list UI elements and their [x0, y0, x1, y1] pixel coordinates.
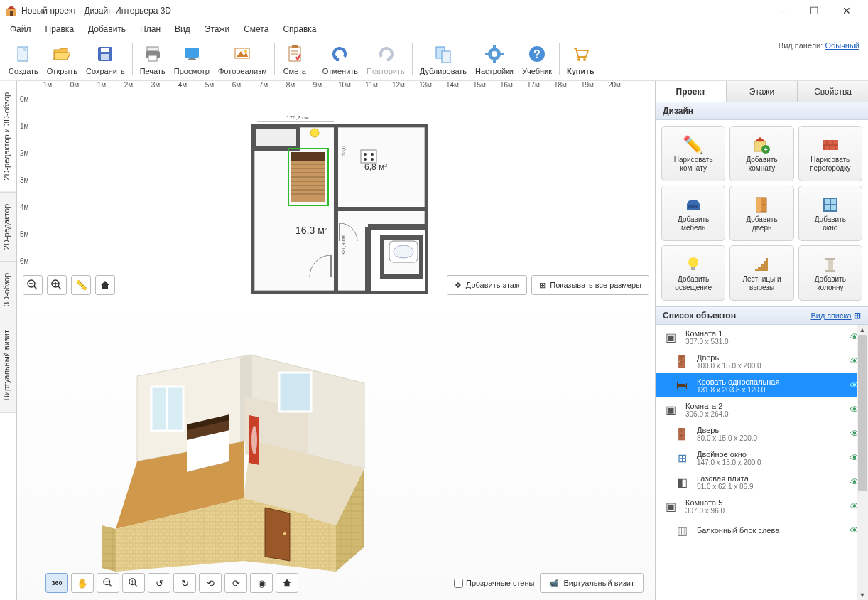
stairs-button[interactable]: Лестницы ивырезы: [729, 245, 793, 301]
menu-file[interactable]: Файл: [3, 23, 38, 36]
zoom-in-3d-button[interactable]: [122, 573, 145, 593]
add-lighting-button[interactable]: Добавитьосвещение: [661, 245, 725, 301]
zoom-in-button[interactable]: [47, 275, 67, 295]
menu-bar: Файл Правка Добавить План Вид Этажи Смет…: [0, 21, 868, 37]
object-list-item[interactable]: ▥Балконный блок слева👁: [656, 518, 868, 542]
home-3d-button[interactable]: [276, 573, 298, 593]
scroll-down-arrow[interactable]: ▼: [857, 590, 868, 600]
pan-button[interactable]: ✋: [71, 573, 94, 593]
folder-open-icon: [50, 43, 73, 65]
object-list-item[interactable]: 🚪Дверь100.0 x 15.0 x 200.0👁: [656, 349, 868, 373]
rotate-left-button[interactable]: ↺: [148, 573, 170, 593]
canvas-2d[interactable]: 16,3 м2 6,8 м2 176,2 см 53,0 321,9 см: [34, 95, 655, 301]
tilt-up-button[interactable]: ⟲: [199, 573, 222, 593]
svg-rect-133: [691, 267, 695, 270]
menu-floors[interactable]: Этажи: [197, 23, 237, 36]
draw-partition-button[interactable]: Нарисоватьперегородку: [798, 126, 862, 181]
tab-project[interactable]: Проект: [656, 81, 727, 102]
svg-marker-1: [6, 6, 16, 9]
tilt-down-button[interactable]: ⟳: [224, 573, 247, 593]
vtab-virtual[interactable]: Виртуальный визит: [0, 318, 16, 413]
buy-button[interactable]: Купить: [563, 41, 598, 77]
object-list[interactable]: ▣Комната 1307.0 x 531.0👁🚪Дверь100.0 x 15…: [656, 325, 868, 600]
transparent-walls-checkbox[interactable]: Прозрачные стены: [454, 579, 534, 588]
open-button[interactable]: Открыть: [43, 41, 82, 77]
view-3d[interactable]: 360 ✋ ↺ ↻ ⟲ ⟳ ◉ Прозрачные стены 📹Виртуа…: [17, 301, 655, 600]
tutorial-button[interactable]: ?Учебник: [518, 41, 556, 77]
object-list-item[interactable]: ▣Комната 1307.0 x 531.0👁: [656, 325, 868, 349]
window-icon: [821, 194, 840, 215]
zoom-out-3d-button[interactable]: [97, 573, 119, 593]
minimize-button[interactable]: ─: [766, 1, 798, 21]
menu-edit[interactable]: Правка: [38, 23, 82, 36]
object-dimensions: 307.0 x 96.0: [685, 507, 850, 515]
floor-plan[interactable]: 16,3 м2 6,8 м2 176,2 см 53,0 321,9 см: [247, 113, 432, 298]
home-button[interactable]: [95, 275, 115, 295]
object-list-item[interactable]: 🛏Кровать односпальная131.8 x 203.8 x 120…: [656, 373, 868, 397]
tab-properties[interactable]: Свойства: [798, 81, 868, 102]
ruler-button[interactable]: 📏: [71, 275, 91, 295]
canvas-2d-actions: ❖Добавить этаж ⊞Показывать все размеры: [447, 275, 649, 295]
menu-help[interactable]: Справка: [276, 23, 323, 36]
add-door-button[interactable]: Добавитьдверь: [729, 186, 793, 241]
photorealism-button[interactable]: Фотореализм: [214, 41, 271, 77]
tab-floors[interactable]: Этажи: [727, 81, 798, 102]
estimate-button[interactable]: Смета: [278, 41, 312, 77]
add-room-button[interactable]: +Добавитькомнату: [729, 126, 793, 181]
virtual-visit-button[interactable]: 📹Виртуальный визит: [540, 573, 644, 593]
balcony-icon: ▥: [673, 521, 691, 540]
close-button[interactable]: ✕: [830, 1, 862, 21]
view-3d-controls: 360 ✋ ↺ ↻ ⟲ ⟳ ◉: [45, 573, 298, 593]
object-list-item[interactable]: ▣Комната 5307.0 x 96.0👁: [656, 494, 868, 518]
menu-estimate[interactable]: Смета: [237, 23, 276, 36]
svg-line-72: [34, 286, 37, 289]
list-view-link[interactable]: Вид списка: [810, 311, 851, 320]
settings-button[interactable]: Настройки: [471, 41, 518, 77]
svg-point-26: [492, 51, 497, 57]
menu-view[interactable]: Вид: [168, 23, 197, 36]
print-button[interactable]: Печать: [136, 41, 170, 77]
svg-text:16,3 м2: 16,3 м2: [295, 225, 328, 236]
object-list-item[interactable]: ▣Комната 2306.0 x 264.0👁: [656, 397, 868, 422]
show-sizes-button[interactable]: ⊞Показывать все размеры: [531, 275, 649, 295]
vtab-2d[interactable]: 2D-редактор: [0, 193, 16, 262]
vtab-3d[interactable]: 3D-обзор: [0, 262, 16, 318]
vtab-2d-3d[interactable]: 2D-редактор и 3D-обзор: [0, 81, 16, 193]
add-window-button[interactable]: Добавитьокно: [798, 186, 862, 241]
preview-button[interactable]: Просмотр: [170, 41, 214, 77]
object-list-item[interactable]: ⊞Двойное окно147.0 x 15.0 x 200.0👁: [656, 446, 868, 470]
draw-room-button[interactable]: ✏️Нарисоватькомнату: [661, 126, 725, 181]
scroll-thumb[interactable]: [858, 335, 867, 491]
object-list-item[interactable]: ◧Газовая плита51.0 x 62.1 x 86.9👁: [656, 470, 868, 494]
duplicate-button[interactable]: Дублировать: [416, 41, 471, 77]
view-360-button[interactable]: 360: [45, 573, 68, 593]
view-2d[interactable]: 1м0м1м2м3м4м5м6м7м8м9м10м11м12м13м14м15м…: [17, 81, 655, 301]
add-floor-button[interactable]: ❖Добавить этаж: [447, 275, 527, 295]
add-column-button[interactable]: Добавитьколонну: [798, 245, 862, 301]
rotate-right-button[interactable]: ↻: [173, 573, 196, 593]
svg-rect-8: [147, 47, 158, 51]
create-button[interactable]: Создать: [4, 41, 43, 77]
room-3d-model[interactable]: [102, 348, 400, 575]
scroll-up-arrow[interactable]: ▲: [857, 325, 868, 335]
redo-icon: [374, 43, 397, 65]
scrollbar[interactable]: ▲ ▼: [857, 325, 868, 600]
window-title: Новый проект - Дизайн Интерьера 3D: [21, 6, 766, 16]
zoom-out-button[interactable]: [23, 275, 43, 295]
panel-view-link[interactable]: Обычный: [825, 41, 859, 50]
object-name: Газовая плита: [697, 474, 850, 483]
orbit-button[interactable]: ◉: [250, 573, 273, 593]
window-icon: ⊞: [673, 449, 691, 467]
save-button[interactable]: Сохранить: [82, 41, 129, 77]
maximize-button[interactable]: ☐: [798, 1, 830, 21]
toolbar-separator: [274, 43, 275, 75]
object-name: Комната 5: [685, 498, 850, 507]
menu-plan[interactable]: План: [133, 23, 168, 36]
menu-add[interactable]: Добавить: [81, 23, 133, 36]
add-furniture-button[interactable]: Добавитьмебель: [661, 186, 725, 241]
list-options-icon[interactable]: ⊞: [854, 311, 861, 321]
object-dimensions: 306.0 x 264.0: [685, 410, 850, 418]
undo-button[interactable]: Отменить: [318, 41, 362, 77]
object-list-item[interactable]: 🚪Дверь80.0 x 15.0 x 200.0👁: [656, 422, 868, 446]
svg-point-132: [688, 257, 698, 267]
